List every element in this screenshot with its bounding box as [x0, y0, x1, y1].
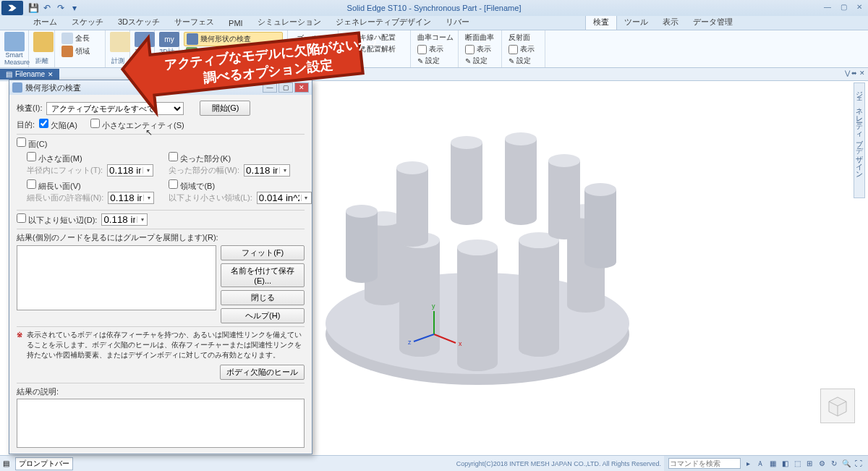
qat-dropdown-icon[interactable]: ▾ — [69, 2, 80, 14]
tab-inspect[interactable]: 検査 — [585, 14, 617, 30]
view-cube[interactable] — [820, 389, 855, 423]
annotation-callout: アクティブなモデルに欠陥がないかを 調べるオプション設定 — [116, 13, 376, 123]
svg-rect-16 — [519, 240, 559, 349]
tray-icon[interactable]: 🔍 — [841, 459, 851, 469]
smart-measure-icon[interactable] — [4, 32, 25, 51]
fit-button[interactable]: フィット(F) — [221, 245, 305, 260]
svg-point-30 — [451, 136, 482, 149]
minimize-button[interactable]: — — [820, 1, 835, 12]
small-face-checkbox[interactable]: 小さな面(M) — [27, 154, 82, 163]
results-listbox[interactable] — [17, 245, 216, 310]
tab-tool[interactable]: ツール — [617, 14, 655, 30]
target-label: 目的: — [17, 119, 35, 130]
svg-rect-7 — [346, 211, 378, 276]
results-label: 結果(個別のノードを見るにはグループを展開します)(R): — [17, 233, 218, 242]
tray-icon[interactable]: ⛶ — [854, 459, 864, 469]
save-icon[interactable]: 💾 — [27, 2, 39, 14]
short-edge-checkbox[interactable]: 以下より短い辺(D): — [17, 213, 97, 226]
tab-data[interactable]: データ管理 — [686, 14, 740, 30]
tray-icon[interactable]: ▦ — [767, 459, 778, 469]
svg-text:x: x — [459, 340, 462, 347]
tab-reverse[interactable]: リバー — [438, 14, 477, 30]
tray-icon[interactable]: Ａ — [755, 459, 765, 469]
svg-rect-25 — [396, 168, 428, 240]
copyright-text: Copyright(C)2018 INTER MESH JAPAN CO.,LT… — [456, 460, 664, 467]
ribbon-pin-icon[interactable]: ⋁ ⬌ ✕ — [845, 69, 865, 77]
half-fit-input[interactable]: ▾ — [107, 164, 153, 177]
short-edge-input[interactable]: ▾ — [101, 213, 148, 226]
close-tab-icon[interactable]: ✕ — [48, 71, 54, 78]
area-button[interactable]: 領域 — [59, 45, 101, 58]
pointed-checkbox[interactable]: 尖った部分(K) — [169, 154, 231, 163]
file-icon: ▤ — [6, 70, 12, 78]
note-mark-icon: ※ — [17, 330, 22, 360]
status-bar: ▤ プロンプトバー Copyright(C)2018 INTER MESH JA… — [0, 455, 868, 471]
svg-text:y: y — [432, 302, 435, 310]
3d-model: x y z — [304, 96, 651, 407]
tab-home[interactable]: ホーム — [26, 14, 64, 30]
maximize-button[interactable]: ▢ — [836, 1, 851, 12]
inspect-label: 検査(I): — [17, 103, 42, 114]
geometry-inspector-dialog: 幾何形状の検査 — ▢ ✕ 検査(I): アクティブなモデルをすべて 開始(G)… — [9, 80, 312, 454]
tray-icon[interactable]: ↻ — [829, 459, 839, 469]
region-input[interactable]: ▾ — [257, 192, 312, 204]
heal-button[interactable]: ボディ欠陥のヒール — [220, 365, 305, 380]
defect-checkbox[interactable]: 欠陥(A) — [39, 119, 77, 131]
desc-label: 結果の説明: — [17, 387, 59, 396]
svg-point-8 — [346, 205, 378, 218]
svg-marker-0 — [8, 5, 16, 11]
svg-rect-22 — [584, 190, 616, 262]
tab-view[interactable]: 表示 — [655, 14, 686, 30]
prompt-bar[interactable]: プロンプトバー — [15, 457, 73, 470]
save-as-button[interactable]: 名前を付けて保存(E)... — [221, 263, 305, 287]
close-dialog-button[interactable]: 閉じる — [221, 290, 305, 305]
svg-point-33 — [505, 132, 537, 145]
description-box[interactable] — [17, 399, 305, 448]
window-title: Solid Edge ST10 - Synchronous Part - [Fi… — [347, 4, 522, 12]
svg-point-23 — [584, 183, 616, 196]
svg-text:z: z — [408, 339, 412, 346]
tray-icon[interactable]: ⬚ — [792, 459, 802, 469]
tray-icon[interactable]: ▸ — [743, 459, 753, 469]
long-face-checkbox[interactable]: 細長い面(V) — [27, 182, 81, 190]
file-tab[interactable]: ▤ Filename ✕ — [0, 69, 59, 80]
side-panel-generative[interactable]: ジェネレーティブデザイン — [854, 82, 865, 198]
dialog-icon — [12, 82, 22, 93]
command-search-input[interactable] — [668, 458, 741, 469]
redo-icon[interactable]: ↷ — [55, 2, 67, 14]
tray-icon[interactable]: ⊞ — [804, 459, 814, 469]
svg-rect-32 — [505, 139, 537, 218]
help-button[interactable]: ヘルプ(H) — [221, 308, 305, 323]
tab-sketch[interactable]: スケッチ — [64, 14, 111, 30]
status-tray: ▸ Ａ ▦ ◧ ⬚ ⊞ ⚙ ↻ 🔍 ⛶ — [664, 456, 868, 471]
svg-point-14 — [457, 239, 498, 255]
distance-icon[interactable] — [33, 32, 54, 52]
tray-icon[interactable]: ◧ — [780, 459, 790, 469]
svg-rect-29 — [451, 143, 482, 218]
dialog-title: 幾何形状の検査 — [25, 82, 81, 93]
svg-point-27 — [396, 161, 428, 174]
svg-rect-35 — [548, 161, 580, 233]
quick-access-toolbar: 💾 ↶ ↷ ▾ — [27, 2, 80, 14]
total-length-button[interactable]: 全長 — [59, 32, 101, 45]
region-checkbox[interactable]: 領域で(B) — [169, 182, 215, 190]
prompt-icon[interactable]: ▤ — [0, 459, 12, 467]
svg-point-36 — [548, 154, 580, 167]
long-face-input[interactable]: ▾ — [108, 192, 154, 204]
face-checkbox[interactable]: 面(C) — [17, 140, 47, 148]
tray-icon[interactable]: ⚙ — [817, 459, 827, 469]
cursor-icon: ↖ — [145, 127, 153, 137]
close-button[interactable]: ✕ — [852, 1, 867, 12]
svg-rect-13 — [457, 247, 498, 363]
undo-icon[interactable]: ↶ — [41, 2, 53, 14]
note-text: 表示されているボディは依存フィーチャを持つか、あるいは関連性リンクを備えているこ… — [27, 330, 305, 360]
app-button[interactable] — [1, 1, 23, 15]
pointed-width-input[interactable]: ▾ — [244, 164, 290, 177]
